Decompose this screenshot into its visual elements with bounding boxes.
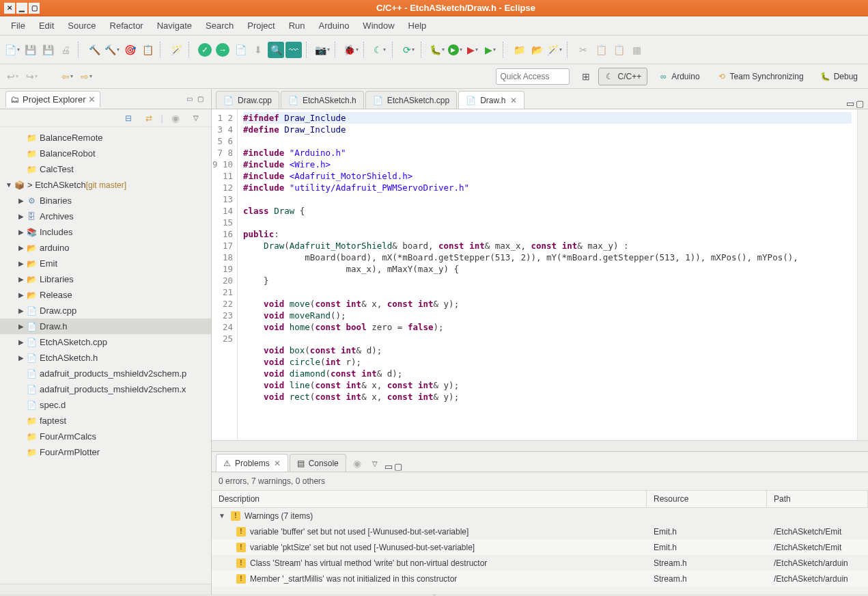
tree-item[interactable]: 📄spec.d bbox=[0, 397, 211, 413]
tree-item[interactable]: ▶📄EtchASketch.cpp bbox=[0, 334, 211, 350]
build-button[interactable]: 🔨 bbox=[86, 42, 102, 58]
nav-back-icon[interactable]: ↩ bbox=[4, 68, 20, 85]
maximize-view-icon[interactable]: ▢ bbox=[195, 94, 206, 105]
col-path[interactable]: Path bbox=[767, 491, 868, 507]
verify-button[interactable]: ✓ bbox=[197, 42, 213, 58]
tree-item[interactable]: 📁FourArmCalcs bbox=[0, 429, 211, 444]
new-folder-button[interactable]: 📁 bbox=[511, 42, 527, 58]
problem-row[interactable]: !Member '_startMillis' was not initializ… bbox=[212, 571, 868, 586]
run-launch-button[interactable]: ▶ bbox=[447, 42, 463, 58]
open-folder-button[interactable]: 📂 bbox=[529, 42, 545, 58]
quick-access-input[interactable] bbox=[496, 68, 570, 85]
run-c-button[interactable]: ☾ bbox=[372, 42, 388, 58]
menu-search[interactable]: Search bbox=[199, 18, 240, 33]
menu-edit[interactable]: Edit bbox=[32, 18, 61, 33]
toggle-button[interactable]: ▦ bbox=[628, 42, 645, 58]
close-tab-icon[interactable]: ✕ bbox=[510, 96, 517, 105]
tree-item[interactable]: 📁CalcTest bbox=[0, 161, 211, 177]
minimize-view-icon[interactable]: ▭ bbox=[184, 94, 195, 105]
project-explorer-tab[interactable]: 🗂 Project Explorer ✕ bbox=[5, 91, 100, 107]
save-button[interactable]: 💾 bbox=[22, 42, 38, 58]
new-sketch-button[interactable]: 📄 bbox=[232, 42, 249, 58]
tree-item[interactable]: ▶📂Emit bbox=[0, 256, 211, 271]
view-menu-icon[interactable]: ▽ bbox=[367, 455, 383, 472]
history-back-icon[interactable]: ⇦ bbox=[59, 68, 75, 85]
tab-console[interactable]: ▤Console bbox=[290, 454, 346, 472]
tab-draw-h[interactable]: 📄Draw.h✕ bbox=[458, 91, 524, 109]
wand2-icon[interactable]: 🪄 bbox=[546, 42, 563, 58]
profile-button[interactable]: ▶ bbox=[482, 42, 499, 58]
refresh-button[interactable]: ⟳ bbox=[400, 42, 417, 58]
nav-fwd-icon[interactable]: ↪ bbox=[23, 68, 40, 85]
tree-item[interactable]: 📁FourArmPlotter bbox=[0, 444, 211, 460]
open-perspective-icon[interactable]: ⊞ bbox=[578, 68, 594, 85]
tree-item[interactable]: ▶📚Includes bbox=[0, 224, 211, 240]
tree-item[interactable]: 📁faptest bbox=[0, 413, 211, 429]
window-close-icon[interactable]: ✕ bbox=[4, 3, 15, 14]
print-button[interactable]: 🖨 bbox=[57, 42, 74, 58]
perspective-team[interactable]: ⟲ Team Synchronizing bbox=[710, 68, 810, 85]
menu-project[interactable]: Project bbox=[240, 18, 281, 33]
code-editor[interactable]: 1 2 3 4 5 6 7 8 9 10 11 12 13 14 15 16 1… bbox=[212, 109, 868, 440]
debug-button[interactable]: 🐞 bbox=[343, 42, 359, 58]
menu-arduino[interactable]: Arduino bbox=[312, 18, 356, 33]
debug-launch-button[interactable]: 🐛 bbox=[429, 42, 445, 58]
col-resource[interactable]: Resource bbox=[647, 491, 767, 507]
project-tree[interactable]: 📁BalanceRemote📁BalanceRobot📁CalcTest▼📦> … bbox=[0, 127, 211, 584]
problem-row[interactable]: !variable 'pktSize' set but not used [-W… bbox=[212, 539, 868, 555]
perspective-cpp[interactable]: ☾ C/C++ bbox=[598, 68, 648, 85]
copy-button[interactable]: 📋 bbox=[593, 42, 609, 58]
tree-item[interactable]: 📄adafruit_products_mshieldv2schem.x bbox=[0, 381, 211, 397]
editor-minimize-icon[interactable]: ▭ bbox=[846, 98, 854, 109]
link-editor-icon[interactable]: ⇄ bbox=[141, 110, 157, 126]
menu-run[interactable]: Run bbox=[282, 18, 312, 33]
menu-source[interactable]: Source bbox=[61, 18, 102, 33]
window-maximize-icon[interactable]: ▢ bbox=[29, 3, 40, 14]
perspective-debug[interactable]: 🐛 Debug bbox=[814, 68, 864, 85]
problem-row[interactable]: !Class 'Stream' has virtual method 'writ… bbox=[212, 555, 868, 571]
wand-icon[interactable]: 🪄 bbox=[168, 42, 184, 58]
tab-draw-cpp[interactable]: 📄Draw.cpp bbox=[216, 91, 279, 109]
tree-item[interactable]: ▶📂Release bbox=[0, 287, 211, 303]
window-minimize-icon[interactable]: ▁ bbox=[16, 3, 27, 14]
tree-item[interactable]: ▶📂arduino bbox=[0, 240, 211, 256]
explorer-hscroll[interactable] bbox=[0, 584, 211, 595]
maximize-view-icon[interactable]: ▢ bbox=[394, 461, 402, 472]
paste-button[interactable]: 📋 bbox=[611, 42, 627, 58]
cut-button[interactable]: ✂ bbox=[575, 42, 591, 58]
makefile-icon[interactable]: 📋 bbox=[139, 42, 156, 58]
tab-etchasketch-h[interactable]: 📄EtchASketch.h bbox=[281, 91, 364, 109]
perspective-arduino[interactable]: ∞ Arduino bbox=[652, 68, 705, 85]
tree-item[interactable]: 📄adafruit_products_mshieldv2schem.p bbox=[0, 366, 211, 381]
menu-file[interactable]: File bbox=[4, 18, 32, 33]
tree-item[interactable]: 📁BalanceRobot bbox=[0, 146, 211, 161]
focus-icon[interactable]: ◉ bbox=[167, 110, 184, 126]
menu-navigate[interactable]: Navigate bbox=[150, 18, 199, 33]
coverage-button[interactable]: ▶ bbox=[464, 42, 481, 58]
close-icon[interactable]: ✕ bbox=[88, 94, 96, 105]
view-menu-icon[interactable]: ▽ bbox=[188, 110, 204, 126]
camera-icon[interactable]: 📷 bbox=[314, 42, 331, 58]
tree-item[interactable]: ▶📄Draw.h bbox=[0, 319, 211, 334]
save-all-button[interactable]: 💾 bbox=[40, 42, 56, 58]
tree-item[interactable]: ▶🗄Archives bbox=[0, 208, 211, 224]
menu-window[interactable]: Window bbox=[356, 18, 401, 33]
import-button[interactable]: ⬇ bbox=[250, 42, 266, 58]
code-content[interactable]: #ifndef Draw_Include#define Draw_Include… bbox=[238, 109, 857, 440]
collapse-all-icon[interactable]: ⊟ bbox=[120, 110, 137, 126]
build-config-button[interactable]: 🔨 bbox=[104, 42, 120, 58]
minimize-view-icon[interactable]: ▭ bbox=[384, 461, 393, 472]
tree-item[interactable]: 📁BalanceRemote bbox=[0, 130, 211, 146]
editor-maximize-icon[interactable]: ▢ bbox=[856, 98, 864, 109]
tree-item[interactable]: ▶📂Libraries bbox=[0, 271, 211, 287]
new-button[interactable]: 📄 bbox=[4, 42, 20, 58]
history-fwd-icon[interactable]: ⇨ bbox=[78, 68, 94, 85]
menu-help[interactable]: Help bbox=[402, 18, 434, 33]
col-description[interactable]: Description bbox=[212, 491, 647, 507]
filter-icon[interactable]: ◉ bbox=[349, 455, 365, 472]
upload-button[interactable]: → bbox=[214, 42, 231, 58]
tab-etchasketch-cpp[interactable]: 📄EtchASketch.cpp bbox=[365, 91, 457, 109]
serial-plotter-button[interactable]: 〰 bbox=[285, 42, 302, 58]
editor-hscroll[interactable] bbox=[212, 440, 868, 451]
tree-item[interactable]: ▶📄Draw.cpp bbox=[0, 303, 211, 319]
